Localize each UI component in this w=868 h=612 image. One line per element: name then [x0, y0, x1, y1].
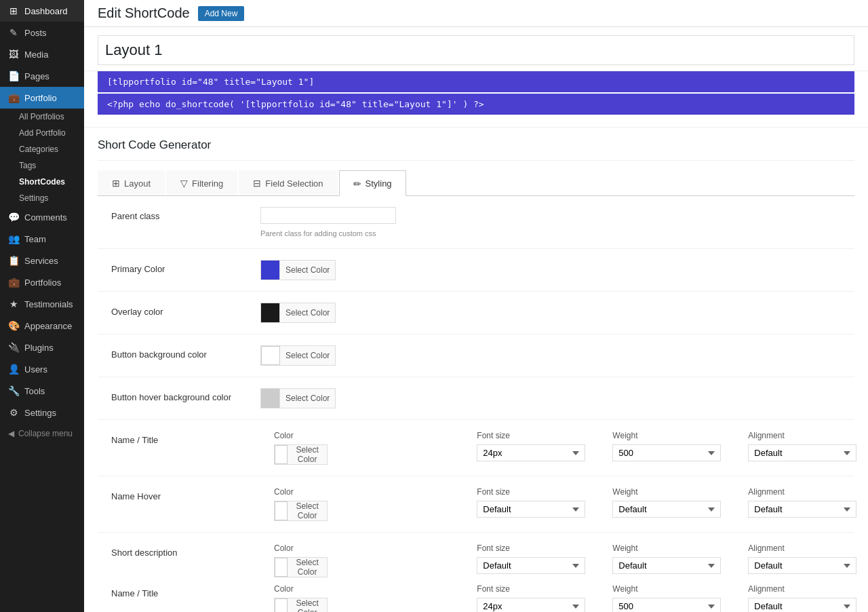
sidebar-item-users[interactable]: 👤 Users: [0, 358, 84, 380]
primary-color-button[interactable]: Select Color: [260, 260, 336, 280]
posts-icon: ✎: [8, 27, 19, 38]
primary-color-button-label: Select Color: [280, 261, 335, 280]
sidebar-item-label: Plugins: [24, 343, 54, 353]
short-description-alignment-col: Alignment DefaultLeftCenterRight: [748, 543, 856, 574]
short-desc-name-title-weight-select[interactable]: Default100200300400500600700: [612, 598, 721, 612]
short-desc-name-title-color-col: Color Select Color: [274, 584, 328, 612]
collapse-menu[interactable]: ◀ Collapse menu: [0, 423, 84, 444]
short-desc-name-title-font-size-select[interactable]: Default12px14px16px18px20px22px24px28px3…: [477, 598, 585, 612]
sidebar-item-portfolios2[interactable]: 💼 Portfolios: [0, 271, 84, 293]
name-title-color-button[interactable]: Select Color: [274, 444, 328, 465]
parent-class-hint: Parent class for adding custom css: [260, 229, 376, 237]
short-desc-name-title-color-swatch: [275, 598, 288, 612]
name-title-color-col: Color Select Color: [274, 431, 328, 465]
name-hover-font-size-label: Font size: [477, 487, 585, 497]
sidebar-item-label: Settings: [24, 408, 56, 418]
main-content: Edit ShortCode Add New [tlpportfolio id=…: [84, 0, 868, 612]
short-description-color-button-label: Select Color: [288, 558, 327, 577]
overlay-color-swatch: [261, 303, 280, 322]
add-new-button[interactable]: Add New: [198, 6, 245, 21]
parent-class-input[interactable]: [260, 207, 396, 224]
field-selection-tab-icon: ⊟: [253, 178, 261, 189]
sidebar-item-pages[interactable]: 📄 Pages: [0, 65, 84, 87]
button-hover-bg-color-content: Select Color: [260, 388, 841, 408]
sidebar-item-label: Team: [24, 234, 46, 244]
name-hover-color-swatch: [275, 501, 288, 520]
button-bg-color-button[interactable]: Select Color: [260, 345, 336, 366]
sidebar-item-tools[interactable]: 🔧 Tools: [0, 380, 84, 402]
settings-icon: ⚙: [8, 407, 19, 418]
short-desc-name-title-alignment-col: Alignment DefaultLeftCenterRight: [748, 584, 856, 612]
short-desc-name-title-font-size-label: Font size: [477, 584, 585, 594]
short-description-font-size-label: Font size: [477, 543, 585, 553]
sidebar-item-comments[interactable]: 💬 Comments: [0, 206, 84, 228]
page-header: Edit ShortCode Add New: [84, 0, 868, 27]
appearance-icon: 🎨: [8, 320, 19, 331]
name-title-font-size-label: Font size: [477, 431, 585, 440]
short-desc-name-title-font-size-col: Font size Default12px14px16px18px20px22p…: [477, 584, 585, 612]
tab-styling[interactable]: ✏ Styling: [339, 170, 406, 196]
layout-tab-icon: ⊞: [112, 178, 120, 189]
filtering-tab-icon: ▽: [180, 178, 188, 189]
overlay-color-button[interactable]: Select Color: [260, 303, 336, 323]
short-desc-name-title-color-button[interactable]: Select Color: [274, 598, 328, 612]
name-title-alignment-select[interactable]: DefaultLeftCenterRight: [748, 444, 856, 461]
primary-color-label: Primary Color: [111, 260, 260, 274]
layout-title-input[interactable]: [98, 35, 854, 65]
name-title-color-label: Color: [274, 431, 328, 440]
sidebar-item-settings[interactable]: ⚙ Settings: [0, 402, 84, 423]
sidebar-item-media[interactable]: 🖼 Media: [0, 43, 84, 65]
testimonials-icon: ★: [8, 299, 19, 309]
name-title-label: Name / Title: [111, 431, 260, 445]
name-hover-label: Name Hover: [111, 487, 260, 501]
sidebar-sub-add-portfolio[interactable]: Add Portfolio: [0, 125, 84, 141]
sidebar-item-portfolio[interactable]: 💼 Portfolio: [0, 87, 84, 109]
sidebar-item-services[interactable]: 📋 Services: [0, 250, 84, 271]
shortcode-boxes: [tlpportfolio id="48" title="Layout 1"] …: [84, 71, 868, 128]
tab-field-selection[interactable]: ⊟ Field Selection: [239, 170, 337, 195]
sidebar-item-plugins[interactable]: 🔌 Plugins: [0, 337, 84, 358]
short-description-font-size-col: Font size Default12px14px16px18px20px22p…: [477, 543, 585, 574]
tab-content-styling: Parent class Parent class for adding cus…: [98, 196, 854, 612]
button-hover-bg-color-button[interactable]: Select Color: [260, 388, 336, 408]
button-bg-color-button-label: Select Color: [280, 346, 335, 365]
short-desc-name-title-alignment-label: Alignment: [748, 584, 856, 594]
generator-title: Short Code Generator: [98, 138, 854, 161]
form-row-overlay-color: Overlay color Select Color: [98, 292, 854, 334]
short-description-font-size-select[interactable]: Default12px14px16px18px20px22px24px: [477, 557, 585, 574]
short-description-alignment-label: Alignment: [748, 543, 856, 553]
dashboard-icon: ⊞: [8, 5, 19, 16]
short-description-weight-select[interactable]: Default100200300400500600700: [612, 557, 721, 574]
sidebar-sub-tags[interactable]: Tags: [0, 157, 84, 174]
name-hover-font-size-select[interactable]: Default12px14px16px18px20px22px24px: [477, 501, 585, 518]
name-title-weight-select[interactable]: Default100200300400500600700: [612, 444, 721, 461]
sidebar-sub-settings[interactable]: Settings: [0, 190, 84, 206]
sidebar-item-appearance[interactable]: 🎨 Appearance: [0, 315, 84, 337]
short-description-color-col: Color Select Color: [274, 543, 328, 577]
sidebar-sub-all-portfolios[interactable]: All Portfolios: [0, 109, 84, 125]
name-hover-weight-select[interactable]: Default100200300400500600700: [612, 501, 721, 518]
media-icon: 🖼: [8, 49, 19, 60]
sidebar-item-team[interactable]: 👥 Team: [0, 228, 84, 250]
plugins-icon: 🔌: [8, 342, 19, 353]
name-hover-alignment-select[interactable]: DefaultLeftCenterRight: [748, 501, 856, 518]
name-hover-color-button[interactable]: Select Color: [274, 501, 328, 521]
sidebar-item-testimonials[interactable]: ★ Testimonials: [0, 293, 84, 315]
shortcode-line1: [tlpportfolio id="48" title="Layout 1"]: [98, 71, 854, 92]
sidebar-sub-categories[interactable]: Categories: [0, 141, 84, 157]
form-row-button-hover-bg-color: Button hover background color Select Col…: [98, 377, 854, 420]
sidebar-sub-shortcodes[interactable]: ShortCodes: [0, 174, 84, 190]
tab-layout[interactable]: ⊞ Layout: [98, 170, 165, 195]
name-title-color-button-label: Select Color: [288, 445, 327, 464]
short-description-color-button[interactable]: Select Color: [274, 557, 328, 577]
tab-filtering[interactable]: ▽ Filtering: [166, 170, 237, 195]
overlay-color-label: Overlay color: [111, 303, 260, 317]
short-desc-name-title-alignment-select[interactable]: DefaultLeftCenterRight: [748, 598, 856, 612]
sidebar-item-posts[interactable]: ✎ Posts: [0, 22, 84, 43]
short-desc-name-title-label: Name / Title: [111, 584, 260, 598]
short-description-alignment-select[interactable]: DefaultLeftCenterRight: [748, 557, 856, 574]
name-hover-color-col: Color Select Color: [274, 487, 328, 521]
name-title-font-size-select[interactable]: Default12px14px16px18px20px22px24px28px3…: [477, 444, 585, 461]
short-description-weight-col: Weight Default100200300400500600700: [612, 543, 721, 574]
sidebar-item-dashboard[interactable]: ⊞ Dashboard: [0, 0, 84, 22]
